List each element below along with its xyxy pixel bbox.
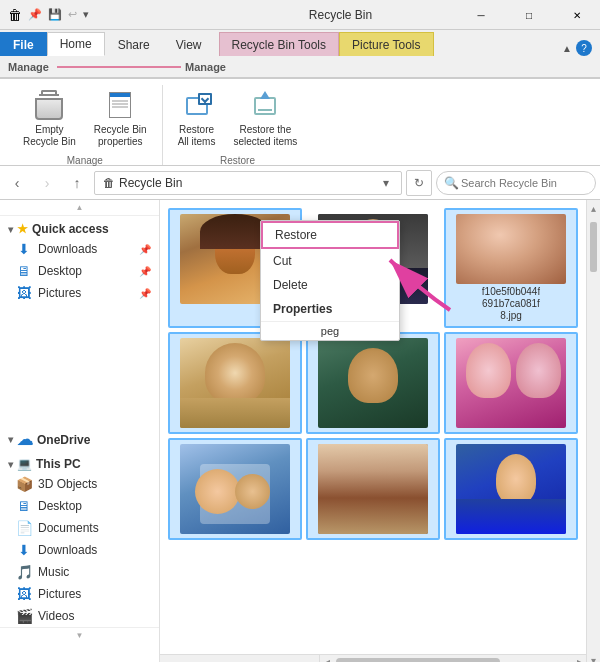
v-scroll-up[interactable]: ▴	[587, 200, 600, 216]
restore-selected-label: Restore theselected items	[233, 124, 297, 148]
empty-recycle-bin-button[interactable]: EmptyRecycle Bin	[16, 85, 83, 153]
h-scroll-sidebar	[160, 655, 320, 662]
vertical-scrollbar[interactable]: ▴ ▾	[586, 200, 600, 662]
downloads-quick-icon: ⬇	[16, 241, 32, 257]
h-scroll-left[interactable]: ◂	[320, 656, 334, 662]
file-item-8[interactable]	[444, 438, 578, 540]
sidebar-section-onedrive[interactable]: ▾ ☁ OneDrive	[0, 424, 159, 451]
sidebar-item-downloads-quick[interactable]: ⬇ Downloads 📌	[0, 238, 159, 260]
quick-access-icon: 📌	[28, 8, 42, 21]
window-controls: ─ □ ✕	[458, 0, 600, 30]
pin-icon-1: 📌	[139, 266, 151, 277]
file-thumbnail-3	[180, 338, 290, 428]
horizontal-scrollbar[interactable]: ◂ ▸	[160, 654, 586, 662]
sidebar-desktop-quick-label: Desktop	[38, 264, 135, 278]
file-area-wrapper: Restore Cut Delete Properties peg	[160, 200, 586, 662]
file-item-5[interactable]	[444, 332, 578, 434]
sidebar-downloads-pc-label: Downloads	[38, 543, 151, 557]
help-icon[interactable]: ?	[576, 40, 592, 56]
sidebar-item-documents[interactable]: 📄 Documents	[0, 517, 159, 539]
file-thumbnail-6	[180, 444, 290, 534]
sidebar-item-desktop-quick[interactable]: 🖥 Desktop 📌	[0, 260, 159, 282]
context-menu-delete[interactable]: Delete	[261, 273, 399, 297]
onedrive-label: OneDrive	[37, 433, 90, 447]
sidebar-section-quick-access[interactable]: ▾ ★ Quick access	[0, 216, 159, 238]
downloads-pc-icon: ⬇	[16, 542, 32, 558]
up-button[interactable]: ↑	[64, 170, 90, 196]
desktop-quick-icon: 🖥	[16, 263, 32, 279]
title-bar: 🗑 📌 💾 ↩ ▾ Recycle Bin ─ □ ✕	[0, 0, 600, 30]
v-scroll-down[interactable]: ▾	[587, 652, 600, 662]
restore-all-button[interactable]: RestoreAll items	[171, 85, 223, 153]
file-thumbnail-7	[318, 444, 428, 534]
sidebar-item-pictures-quick[interactable]: 🖼 Pictures 📌	[0, 282, 159, 304]
restore-group-label: Restore	[171, 155, 305, 166]
sidebar-3d-objects-label: 3D Objects	[38, 477, 151, 491]
search-input[interactable]	[436, 171, 596, 195]
restore-selected-button[interactable]: Restore theselected items	[226, 85, 304, 153]
empty-recycle-bin-icon	[33, 90, 65, 122]
address-path[interactable]: 🗑 Recycle Bin ▾	[94, 171, 402, 195]
sidebar-scroll-up[interactable]: ▲	[0, 200, 159, 216]
forward-button[interactable]: ›	[34, 170, 60, 196]
ribbon-content: EmptyRecycle Bin	[0, 78, 600, 166]
videos-icon: 🎬	[16, 608, 32, 624]
tab-view[interactable]: View	[163, 32, 215, 56]
v-scroll-thumb[interactable]	[590, 222, 597, 272]
tab-home[interactable]: Home	[47, 32, 105, 56]
sidebar-item-desktop-pc[interactable]: 🖥 Desktop	[0, 495, 159, 517]
file-item-2[interactable]: f10e5f0b044f691b7ca081f8.jpg	[444, 208, 578, 328]
file-thumbnail-5	[456, 338, 566, 428]
maximize-button[interactable]: □	[506, 0, 552, 30]
recycle-bin-properties-button[interactable]: Recycle Binproperties	[87, 85, 154, 153]
restore-all-label: RestoreAll items	[178, 124, 216, 148]
tab-recycle-bin-tools[interactable]: Recycle Bin Tools	[219, 32, 340, 56]
title-bar-icon: 🗑	[8, 7, 22, 23]
file-thumbnail-4	[318, 338, 428, 428]
address-dropdown-arrow[interactable]: ▾	[379, 176, 393, 190]
context-menu-properties[interactable]: Properties	[261, 297, 399, 321]
sidebar-item-pictures-pc[interactable]: 🖼 Pictures	[0, 583, 159, 605]
sidebar-section-this-pc[interactable]: ▾ 💻 This PC	[0, 451, 159, 473]
3d-objects-icon: 📦	[16, 476, 32, 492]
sidebar-scroll-down[interactable]: ▼	[0, 627, 159, 643]
chevron-up-icon[interactable]: ▲	[562, 43, 572, 54]
this-pc-computer-icon: 💻	[17, 457, 32, 471]
ribbon-group-manage: EmptyRecycle Bin	[8, 85, 163, 165]
tab-picture-tools[interactable]: Picture Tools	[339, 32, 433, 56]
this-pc-expand-icon: ▾	[8, 459, 13, 470]
save-icon: 💾	[48, 8, 62, 21]
file-item-3[interactable]	[168, 332, 302, 434]
pin-icon-0: 📌	[139, 244, 151, 255]
tab-share[interactable]: Share	[105, 32, 163, 56]
close-button[interactable]: ✕	[554, 0, 600, 30]
manage-tab-row: Manage Manage	[0, 56, 600, 78]
undo-icon: ↩	[68, 8, 77, 21]
sidebar-item-downloads-pc[interactable]: ⬇ Downloads	[0, 539, 159, 561]
file-item-0[interactable]: Restore Cut Delete Properties peg	[168, 208, 302, 328]
refresh-button[interactable]: ↻	[406, 170, 432, 196]
tab-file[interactable]: File	[0, 32, 47, 56]
back-button[interactable]: ‹	[4, 170, 30, 196]
restore-all-icon	[181, 90, 213, 122]
file-thumbnail-8	[456, 444, 566, 534]
main-area: ▲ ▾ ★ Quick access ⬇ Downloads 📌 🖥 Deskt…	[0, 200, 600, 662]
sidebar: ▲ ▾ ★ Quick access ⬇ Downloads 📌 🖥 Deskt…	[0, 200, 160, 662]
context-menu-cut[interactable]: Cut	[261, 249, 399, 273]
documents-icon: 📄	[16, 520, 32, 536]
sidebar-item-music[interactable]: 🎵 Music	[0, 561, 159, 583]
this-pc-label: This PC	[36, 457, 81, 471]
file-item-7[interactable]	[306, 438, 440, 540]
file-item-4[interactable]	[306, 332, 440, 434]
minimize-button[interactable]: ─	[458, 0, 504, 30]
sidebar-pictures-pc-label: Pictures	[38, 587, 151, 601]
context-menu-restore[interactable]: Restore	[261, 221, 399, 249]
file-item-6[interactable]	[168, 438, 302, 540]
context-menu: Restore Cut Delete Properties peg	[260, 220, 400, 341]
restore-selected-icon	[249, 90, 281, 122]
h-scroll-thumb[interactable]	[336, 658, 500, 663]
sidebar-item-3d-objects[interactable]: 📦 3D Objects	[0, 473, 159, 495]
file-label-2: f10e5f0b044f691b7ca081f8.jpg	[482, 286, 540, 322]
h-scroll-right[interactable]: ▸	[572, 656, 586, 662]
sidebar-item-videos[interactable]: 🎬 Videos	[0, 605, 159, 627]
